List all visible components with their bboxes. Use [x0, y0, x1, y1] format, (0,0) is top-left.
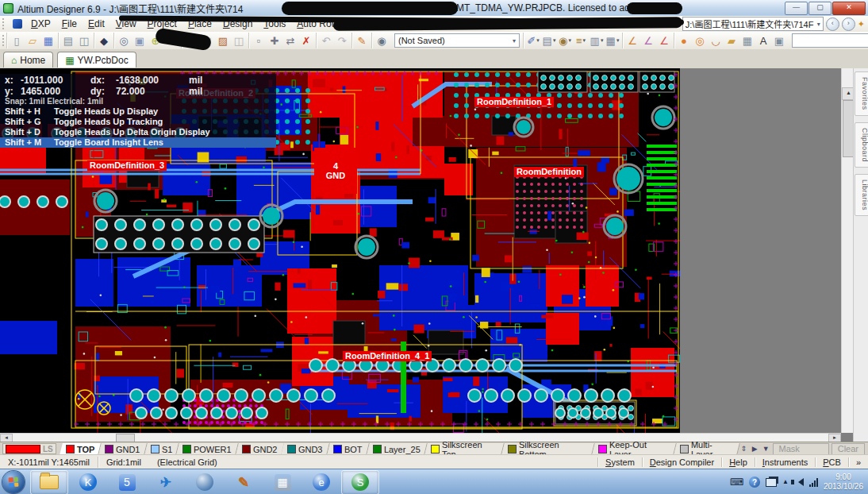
menu-dxp[interactable]: DXP: [25, 17, 56, 31]
layer-filter-icon[interactable]: ▼: [762, 445, 770, 453]
taskbar-clock[interactable]: 9:00 2013/10/26: [824, 473, 863, 492]
chevron-down-icon[interactable]: ▾: [817, 21, 820, 28]
variant-combo[interactable]: (Not Saved)▾: [394, 33, 520, 48]
layer-tab-top[interactable]: TOP: [60, 443, 102, 455]
layer-tab-keep-out-layer[interactable]: Keep-Out Layer: [592, 443, 677, 455]
taskbar-app-app-paint[interactable]: ✎: [225, 471, 262, 494]
vertical-scrollbar[interactable]: ▲: [841, 68, 854, 433]
room-definition-label[interactable]: RoomDefinition: [514, 167, 584, 177]
print-preview-icon[interactable]: ◫: [76, 33, 92, 48]
status-button-»[interactable]: »: [848, 457, 868, 467]
save-icon[interactable]: ▦: [40, 33, 56, 48]
zoom-area-icon[interactable]: ▣: [132, 33, 148, 48]
zoom-document-icon[interactable]: ◎: [116, 33, 132, 48]
panel-tab-clipboard[interactable]: Clipboard: [855, 122, 868, 168]
layer-tab-power1[interactable]: POWER1: [176, 443, 238, 455]
keyboard-tray-icon[interactable]: ⌨: [730, 477, 743, 487]
route-setup-icon[interactable]: ✐▾: [525, 33, 541, 48]
minimize-button[interactable]: —: [785, 2, 808, 15]
taskbar-app-explorer[interactable]: [31, 471, 67, 494]
pcb-canvas[interactable]: RoomDefinition_2RoomDefinition_1RoomDefi…: [0, 68, 680, 433]
layer-tab-silkscreen-top[interactable]: Silkscreen Top: [424, 443, 505, 455]
menu-edit[interactable]: Edit: [83, 17, 110, 31]
place-via-icon[interactable]: ◎: [692, 33, 708, 48]
display-tray-icon[interactable]: [766, 478, 777, 487]
net-combo[interactable]: ▾: [792, 33, 868, 48]
paste-array-icon[interactable]: ◫: [231, 33, 247, 48]
print-icon[interactable]: ▤: [60, 33, 76, 48]
taskbar-app-altium-designer[interactable]: S: [342, 471, 378, 494]
select-area-icon[interactable]: ▫: [251, 33, 267, 48]
place-fill-icon[interactable]: ▰: [724, 33, 739, 48]
layer-tab-gnd1[interactable]: GND1: [98, 443, 147, 455]
start-button[interactable]: [2, 471, 25, 493]
room-definition-label[interactable]: RoomDefinition_3: [87, 160, 167, 171]
clear-filter-icon[interactable]: ✗: [298, 33, 314, 48]
help-tray-icon[interactable]: ?: [749, 477, 760, 488]
place-arc-icon[interactable]: ◡: [708, 33, 724, 48]
taskbar-app-app-globe[interactable]: [186, 471, 223, 494]
layer-tab-layer_25[interactable]: Layer_25: [367, 443, 428, 455]
room-definition-label[interactable]: RoomDefinition_1: [474, 97, 554, 107]
place-pad-icon[interactable]: ●: [676, 33, 692, 48]
interactive-diffpair-icon[interactable]: ∠: [656, 33, 672, 48]
taskbar-app-calculator[interactable]: ▦: [264, 471, 301, 494]
status-button-help[interactable]: Help: [721, 457, 755, 467]
chevron-down-icon[interactable]: ▾: [513, 37, 516, 44]
show-hidden-icons[interactable]: ▲: [782, 477, 789, 487]
room-tools-icon[interactable]: ▥▾: [589, 33, 605, 48]
close-button[interactable]: ✕: [832, 2, 866, 15]
maximize-button[interactable]: ▢: [808, 2, 832, 15]
paste-icon[interactable]: ▨: [215, 33, 231, 48]
project-path-combo[interactable]: J:\画图工程\111\新建文件夹\714F ▾: [682, 17, 824, 31]
panel-tab-libraries[interactable]: Libraries: [855, 174, 868, 216]
room-definition-label[interactable]: RoomDefinition_4_1: [343, 351, 432, 361]
layer-stack-icon[interactable]: ▤▾: [541, 33, 557, 48]
status-button-instruments[interactable]: Instruments: [755, 457, 815, 467]
status-button-pcb[interactable]: PCB: [815, 457, 848, 467]
mask-level-button[interactable]: Mask Level: [773, 443, 829, 455]
tab-home[interactable]: ⌂Home: [3, 52, 53, 68]
layer-next-icon[interactable]: ▶: [751, 445, 759, 453]
align-tools-icon[interactable]: ≡▾: [573, 33, 589, 48]
taskbar-app-app-5[interactable]: 5: [109, 471, 145, 494]
taskbar-app-app-k[interactable]: K: [70, 471, 106, 494]
interactive-multiroute-icon[interactable]: ∠: [640, 33, 656, 48]
open-icon[interactable]: ▱: [25, 33, 40, 48]
redo-icon[interactable]: ↷: [334, 33, 350, 48]
status-button-system[interactable]: System: [597, 457, 642, 467]
place-component-icon[interactable]: ▣: [771, 33, 787, 48]
layer-sort-icon[interactable]: ⇕: [739, 445, 748, 453]
workspace-icon[interactable]: ◆: [96, 33, 112, 48]
network-signal-icon[interactable]: [809, 478, 818, 487]
layer-set-chip[interactable]: LS: [2, 443, 56, 454]
interactive-route-icon[interactable]: ∠: [624, 33, 640, 48]
forward-button[interactable]: ›: [842, 17, 855, 31]
favorites-icon[interactable]: ✦: [858, 19, 865, 29]
place-string-icon[interactable]: A: [755, 33, 771, 48]
volume-icon[interactable]: [794, 478, 804, 486]
layer-tab-s1[interactable]: S1: [144, 443, 179, 455]
panel-tab-favorites[interactable]: Favorites: [855, 71, 868, 116]
taskbar-app-internet-explorer[interactable]: e: [303, 471, 340, 494]
grid-settings-icon[interactable]: ▦▾: [605, 33, 620, 48]
taskbar-app-app-bird[interactable]: ✈: [148, 471, 184, 494]
clear-button[interactable]: Clear: [832, 443, 865, 455]
highlight-pen-icon[interactable]: ✎: [354, 33, 370, 48]
place-array-icon[interactable]: ▦: [739, 33, 755, 48]
layer-tab-gnd2[interactable]: GND2: [236, 443, 284, 455]
layer-tab-bot[interactable]: BOT: [327, 443, 369, 455]
tab-yw-pcbdoc[interactable]: ▦YW.PcbDoc: [57, 52, 136, 68]
menu-file[interactable]: File: [56, 17, 83, 31]
vertical-scroll-thumb[interactable]: [843, 100, 854, 157]
undo-icon[interactable]: ↶: [318, 33, 334, 48]
back-button[interactable]: ‹: [826, 17, 839, 31]
find-similar-icon[interactable]: ◉: [374, 33, 390, 48]
new-document-icon[interactable]: ▯: [9, 33, 25, 48]
layer-tab-multi-layer[interactable]: Multi-Layer: [674, 443, 741, 455]
status-button-design-compiler[interactable]: Design Compiler: [642, 457, 721, 467]
layer-tab-silkscreen-bottom[interactable]: Silkscreen Bottom: [501, 443, 595, 455]
layer-tab-gnd3[interactable]: GND3: [282, 443, 330, 455]
browse-components-icon[interactable]: ◉▾: [557, 33, 573, 48]
move-icon[interactable]: ✚: [267, 33, 282, 48]
